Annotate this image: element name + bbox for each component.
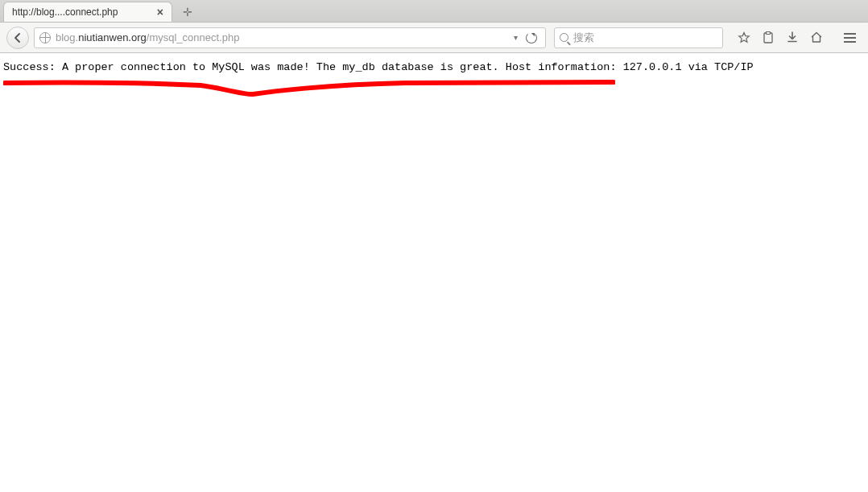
refresh-icon[interactable] bbox=[526, 32, 537, 43]
download-icon bbox=[787, 31, 798, 43]
star-icon bbox=[738, 31, 750, 44]
reading-list-button[interactable] bbox=[757, 27, 779, 48]
url-actions: ▾ bbox=[514, 32, 540, 43]
search-icon bbox=[560, 33, 568, 42]
new-tab-button[interactable]: ✛ bbox=[177, 4, 198, 20]
toolbar-icons bbox=[733, 27, 828, 48]
close-icon[interactable]: × bbox=[155, 6, 165, 19]
search-bar[interactable]: 搜索 bbox=[554, 27, 723, 48]
success-message: Success: A proper connection to MySQL wa… bbox=[3, 61, 865, 73]
tab-strip: http://blog....connect.php × ✛ bbox=[0, 0, 868, 23]
tab-title: http://blog....connect.php bbox=[12, 6, 149, 18]
back-button[interactable] bbox=[6, 27, 29, 49]
page-content: Success: A proper connection to MySQL wa… bbox=[0, 53, 868, 110]
url-prefix: blog. bbox=[56, 31, 78, 43]
url-domain: niutianwen.org bbox=[78, 31, 147, 43]
url-bar[interactable]: blog.niutianwen.org/mysql_connect.php ▾ bbox=[34, 27, 546, 48]
home-icon bbox=[810, 31, 823, 43]
toolbar: blog.niutianwen.org/mysql_connect.php ▾ … bbox=[0, 23, 868, 53]
hamburger-menu-button[interactable] bbox=[837, 27, 862, 48]
hamburger-icon bbox=[844, 33, 856, 35]
globe-icon bbox=[39, 32, 51, 43]
browser-tab[interactable]: http://blog....connect.php × bbox=[3, 2, 172, 22]
downloads-button[interactable] bbox=[781, 27, 804, 48]
annotation-underline bbox=[3, 75, 615, 99]
url-path: /mysql_connect.php bbox=[147, 31, 240, 43]
bookmark-star-button[interactable] bbox=[733, 27, 755, 48]
url-text: blog.niutianwen.org/mysql_connect.php bbox=[56, 31, 509, 43]
arrow-left-icon bbox=[13, 33, 23, 43]
home-button[interactable] bbox=[805, 27, 828, 48]
clipboard-icon bbox=[763, 31, 774, 43]
dropdown-icon[interactable]: ▾ bbox=[514, 33, 518, 42]
search-placeholder: 搜索 bbox=[573, 31, 594, 45]
svg-rect-1 bbox=[767, 32, 771, 35]
